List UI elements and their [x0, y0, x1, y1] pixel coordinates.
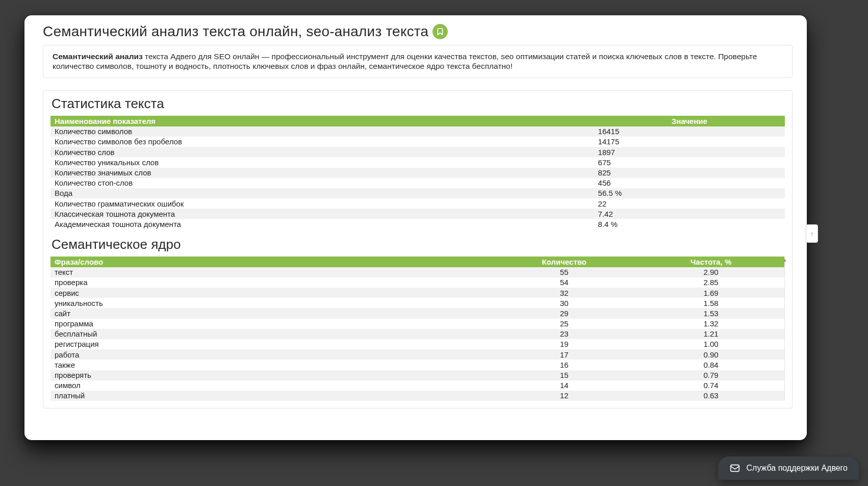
core-cell-word: также: [50, 360, 491, 370]
svg-rect-0: [730, 465, 739, 472]
stats-cell-value: 14175: [594, 137, 785, 147]
stats-cell-name: Количество слов: [50, 147, 594, 157]
table-row: Количество стоп-слов456: [50, 178, 785, 188]
core-cell-count: 19: [491, 339, 637, 349]
core-cell-freq: 1.58: [637, 298, 784, 308]
stats-table: Наименование показателя Значение Количес…: [50, 116, 785, 229]
core-cell-freq: 0.90: [637, 349, 784, 360]
table-row: Количество значимых слов825: [50, 168, 785, 178]
core-cell-freq: 1.21: [637, 329, 784, 339]
table-row: Количество слов1897: [50, 147, 785, 157]
stats-cell-value: 16415: [594, 126, 785, 137]
core-cell-freq: 0.84: [637, 360, 784, 370]
core-cell-count: 14: [491, 380, 637, 391]
core-cell-freq: 1.53: [637, 308, 784, 318]
stats-header-value[interactable]: Значение: [594, 116, 785, 126]
table-row: Количество уникальных слов675: [50, 157, 785, 167]
core-cell-count: 17: [491, 349, 637, 360]
chat-icon: [729, 463, 741, 474]
intro-description: Семантический анализ текста Адвего для S…: [43, 45, 793, 78]
table-row: платный120.63: [50, 391, 784, 401]
table-row: сервис321.69: [50, 288, 784, 298]
stats-title: Статистика текста: [52, 96, 785, 112]
core-cell-word: работа: [50, 349, 491, 360]
stats-cell-name: Количество значимых слов: [50, 168, 594, 178]
core-cell-word: проверка: [50, 277, 491, 288]
table-row: текст552.90: [50, 267, 784, 277]
core-cell-count: 30: [491, 298, 637, 308]
core-cell-freq: 2.85: [637, 277, 784, 288]
core-cell-word: уникальность: [50, 298, 491, 308]
core-header-freq[interactable]: Частота, %: [637, 257, 784, 267]
table-row: Классическая тошнота документа7.42: [50, 209, 785, 219]
table-row: проверять150.79: [50, 370, 784, 380]
core-cell-freq: 1.32: [637, 319, 784, 329]
stats-header-name[interactable]: Наименование показателя: [50, 116, 594, 126]
stats-cell-value: 675: [594, 157, 785, 167]
stats-cell-name: Количество символов без пробелов: [50, 137, 594, 147]
back-to-top-button[interactable]: ↑: [806, 224, 818, 243]
core-cell-freq: 0.74: [637, 380, 784, 391]
core-scrollbar[interactable]: ▲: [784, 257, 785, 401]
stats-cell-name: Количество стоп-слов: [50, 178, 594, 188]
core-header-word[interactable]: Фраза/слово: [50, 257, 491, 267]
stats-cell-name: Вода: [50, 188, 594, 198]
core-cell-freq: 1.69: [637, 288, 784, 298]
core-cell-count: 54: [491, 277, 637, 288]
table-row: работа170.90: [50, 349, 784, 360]
stats-cell-value: 56.5 %: [594, 188, 785, 198]
core-table: Фраза/слово Количество Частота, % текст5…: [50, 257, 784, 401]
core-cell-word: регистрация: [50, 339, 491, 349]
page-title-row: Семантический анализ текста онлайн, seo-…: [43, 23, 793, 40]
table-row: проверка542.85: [50, 277, 784, 288]
core-cell-word: программа: [50, 319, 491, 329]
core-cell-count: 29: [491, 308, 637, 318]
core-table-wrap: Фраза/слово Количество Частота, % текст5…: [50, 257, 785, 401]
core-header-count[interactable]: Количество: [491, 257, 637, 267]
table-row: Количество символов16415: [50, 126, 785, 137]
stats-cell-value: 1897: [594, 147, 785, 157]
core-cell-count: 15: [491, 370, 637, 380]
core-cell-word: сайт: [50, 308, 491, 318]
core-cell-count: 23: [491, 329, 637, 339]
intro-lead: Семантический анализ: [53, 52, 143, 61]
stats-cell-name: Количество грамматических ошибок: [50, 198, 594, 209]
table-row: Количество грамматических ошибок22: [50, 198, 785, 209]
table-row: регистрация191.00: [50, 339, 784, 349]
intro-rest: текста Адвего для SEO онлайн — профессио…: [53, 52, 757, 70]
results-panel: Статистика текста Наименование показател…: [43, 90, 793, 408]
support-chat-label: Служба поддержки Адвего: [747, 464, 848, 473]
core-cell-count: 25: [491, 319, 637, 329]
core-cell-word: проверять: [50, 370, 491, 380]
core-cell-word: сервис: [50, 288, 491, 298]
table-row: Вода56.5 %: [50, 188, 785, 198]
table-row: символ140.74: [50, 380, 784, 391]
core-cell-count: 32: [491, 288, 637, 298]
stats-cell-value: 22: [594, 198, 785, 209]
support-chat-button[interactable]: Служба поддержки Адвего: [718, 456, 859, 480]
stats-cell-name: Количество уникальных слов: [50, 157, 594, 167]
core-cell-word: платный: [50, 391, 491, 401]
content-card: Семантический анализ текста онлайн, seo-…: [24, 15, 807, 440]
bookmark-icon[interactable]: [432, 24, 448, 39]
stats-cell-value: 456: [594, 178, 785, 188]
table-row: программа251.32: [50, 319, 784, 329]
stats-cell-value: 7.42: [594, 209, 785, 219]
core-cell-count: 12: [491, 391, 637, 401]
core-cell-count: 55: [491, 267, 637, 277]
arrow-up-icon: ↑: [810, 230, 814, 238]
core-cell-freq: 2.90: [637, 267, 784, 277]
core-cell-count: 16: [491, 360, 637, 370]
table-row: сайт291.53: [50, 308, 784, 318]
core-cell-word: символ: [50, 380, 491, 391]
table-row: бесплатный231.21: [50, 329, 784, 339]
stats-cell-name: Количество символов: [50, 126, 594, 137]
table-row: Академическая тошнота документа8.4 %: [50, 219, 785, 229]
core-cell-freq: 0.63: [637, 391, 784, 401]
stats-cell-name: Классическая тошнота документа: [50, 209, 594, 219]
stats-cell-value: 825: [594, 168, 785, 178]
table-row: уникальность301.58: [50, 298, 784, 308]
stats-cell-name: Академическая тошнота документа: [50, 219, 594, 229]
core-title: Семантическое ядро: [52, 237, 785, 252]
core-cell-freq: 1.00: [637, 339, 784, 349]
